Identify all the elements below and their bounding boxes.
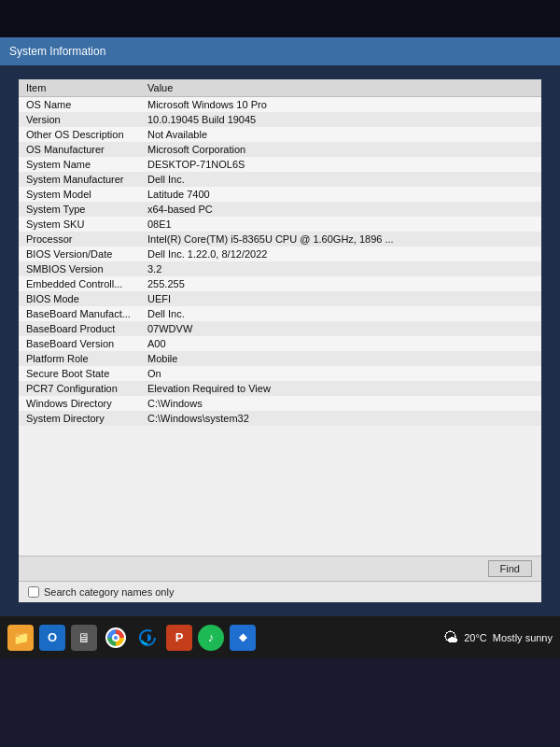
- table-cell-item: Secure Boot State: [19, 366, 140, 381]
- table-cell-value: 3.2: [140, 261, 541, 276]
- table-row[interactable]: BIOS ModeUEFI: [19, 291, 541, 306]
- taskbar-left: 📁 O 🖥 P ♪: [7, 625, 256, 651]
- table-cell-item: System SKU: [19, 217, 140, 232]
- file-explorer-icon: 📁: [13, 630, 29, 645]
- blue-app-icon: ◆: [239, 631, 246, 643]
- table-row[interactable]: BIOS Version/DateDell Inc. 1.22.0, 8/12/…: [19, 247, 541, 261]
- table-row[interactable]: BaseBoard Manufact...Dell Inc.: [19, 306, 541, 321]
- table-cell-item: OS Name: [19, 97, 140, 113]
- table-row[interactable]: System DirectoryC:\Windows\system32: [19, 411, 541, 426]
- table-cell-value: 08E1: [140, 217, 541, 232]
- taskbar-icon-generic[interactable]: 🖥: [71, 625, 97, 651]
- table-cell-item: SMBIOS Version: [19, 261, 140, 276]
- table-row[interactable]: System NameDESKTOP-71NOL6S: [19, 157, 541, 172]
- col-item-header: Item: [19, 79, 140, 97]
- table-row[interactable]: BaseBoard VersionA00: [19, 336, 541, 351]
- info-panel: Item Value OS NameMicrosoft Windows 10 P…: [19, 79, 541, 556]
- table-cell-value: Mobile: [140, 351, 541, 366]
- search-category-checkbox[interactable]: [28, 586, 39, 598]
- table-cell-item: System Model: [19, 187, 140, 202]
- table-row[interactable]: System ModelLatitude 7400: [19, 187, 541, 202]
- table-cell-value: Dell Inc.: [140, 306, 541, 321]
- table-cell-value: 07WDVW: [140, 321, 541, 336]
- table-cell-item: Other OS Description: [19, 127, 140, 142]
- taskbar-icon-file-explorer[interactable]: 📁: [7, 625, 34, 651]
- weather-icon: 🌤: [443, 629, 458, 646]
- system-info-table: Item Value OS NameMicrosoft Windows 10 P…: [19, 79, 541, 426]
- chrome-center-dot: [112, 634, 119, 641]
- table-cell-value: C:\Windows\system32: [140, 411, 541, 426]
- table-row[interactable]: OS NameMicrosoft Windows 10 Pro: [19, 97, 541, 113]
- table-row[interactable]: SMBIOS Version3.2: [19, 261, 541, 276]
- taskbar-right: 🌤 20°C Mostly sunny: [443, 629, 553, 646]
- table-row[interactable]: System ManufacturerDell Inc.: [19, 172, 541, 187]
- table-cell-value: 255.255: [140, 276, 541, 291]
- edge-icon: [137, 627, 158, 648]
- table-cell-value: Elevation Required to View: [140, 381, 541, 396]
- taskbar-icon-blue-app[interactable]: ◆: [230, 625, 256, 651]
- table-cell-item: System Type: [19, 202, 140, 217]
- table-cell-item: Embedded Controll...: [19, 276, 140, 291]
- table-cell-item: System Name: [19, 157, 140, 172]
- table-row[interactable]: Secure Boot StateOn: [19, 366, 541, 381]
- table-cell-item: BIOS Version/Date: [19, 247, 140, 261]
- table-row[interactable]: Other OS DescriptionNot Available: [19, 127, 541, 142]
- title-bar-label: System Information: [9, 45, 105, 58]
- table-header-row: Item Value: [19, 79, 541, 97]
- chrome-icon: [105, 627, 126, 648]
- table-row[interactable]: System Typex64-based PC: [19, 202, 541, 217]
- table-cell-value: 10.0.19045 Build 19045: [140, 112, 541, 127]
- table-cell-item: BIOS Mode: [19, 291, 140, 306]
- table-cell-item: Version: [19, 112, 140, 127]
- table-cell-value: Not Available: [140, 127, 541, 142]
- table-cell-item: PCR7 Configuration: [19, 381, 140, 396]
- taskbar-icon-outlook[interactable]: O: [39, 625, 65, 651]
- taskbar-icon-powerpoint[interactable]: P: [166, 625, 192, 651]
- table-row[interactable]: Platform RoleMobile: [19, 351, 541, 366]
- table-cell-value: Dell Inc.: [140, 172, 541, 187]
- table-cell-item: System Manufacturer: [19, 172, 140, 187]
- powerpoint-icon: P: [175, 630, 184, 644]
- table-cell-item: BaseBoard Version: [19, 336, 140, 351]
- table-cell-item: BaseBoard Product: [19, 321, 140, 336]
- taskbar-icon-edge[interactable]: [134, 625, 161, 651]
- table-cell-value: Intel(R) Core(TM) i5-8365U CPU @ 1.60GHz…: [140, 232, 541, 247]
- table-cell-value: C:\Windows: [140, 396, 541, 411]
- table-row[interactable]: Windows DirectoryC:\Windows: [19, 396, 541, 411]
- table-row[interactable]: PCR7 ConfigurationElevation Required to …: [19, 381, 541, 396]
- search-area: Search category names only: [19, 581, 541, 602]
- taskbar-icon-chrome[interactable]: [103, 625, 129, 651]
- generic-icon: 🖥: [77, 630, 91, 645]
- search-category-label: Search category names only: [44, 586, 174, 598]
- table-cell-item: Processor: [19, 232, 140, 247]
- table-cell-value: On: [140, 366, 541, 381]
- table-cell-value: Microsoft Corporation: [140, 142, 541, 157]
- taskbar: 📁 O 🖥 P ♪: [0, 616, 560, 658]
- table-cell-item: Platform Role: [19, 351, 140, 366]
- weather-condition: Mostly sunny: [493, 632, 553, 643]
- table-row[interactable]: Version10.0.19045 Build 19045: [19, 112, 541, 127]
- taskbar-icon-spotify[interactable]: ♪: [198, 625, 224, 651]
- table-cell-item: Windows Directory: [19, 396, 140, 411]
- table-row[interactable]: OS ManufacturerMicrosoft Corporation: [19, 142, 541, 157]
- top-bar: [0, 0, 560, 37]
- find-bar: Find: [19, 556, 541, 581]
- table-row[interactable]: BaseBoard Product07WDVW: [19, 321, 541, 336]
- table-row[interactable]: ProcessorIntel(R) Core(TM) i5-8365U CPU …: [19, 232, 541, 247]
- table-row[interactable]: Embedded Controll...255.255: [19, 276, 541, 291]
- table-cell-value: A00: [140, 336, 541, 351]
- table-cell-value: UEFI: [140, 291, 541, 306]
- title-bar: System Information: [0, 37, 560, 65]
- table-cell-item: BaseBoard Manufact...: [19, 306, 140, 321]
- table-cell-value: Microsoft Windows 10 Pro: [140, 97, 541, 113]
- table-cell-item: OS Manufacturer: [19, 142, 140, 157]
- table-cell-value: Dell Inc. 1.22.0, 8/12/2022: [140, 247, 541, 261]
- weather-temp: 20°C: [464, 632, 487, 643]
- find-button[interactable]: Find: [488, 560, 532, 577]
- spotify-icon: ♪: [208, 630, 215, 644]
- outlook-icon: O: [48, 630, 57, 644]
- table-cell-value: x64-based PC: [140, 202, 541, 217]
- table-cell-value: Latitude 7400: [140, 187, 541, 202]
- table-row[interactable]: System SKU08E1: [19, 217, 541, 232]
- table-cell-value: DESKTOP-71NOL6S: [140, 157, 541, 172]
